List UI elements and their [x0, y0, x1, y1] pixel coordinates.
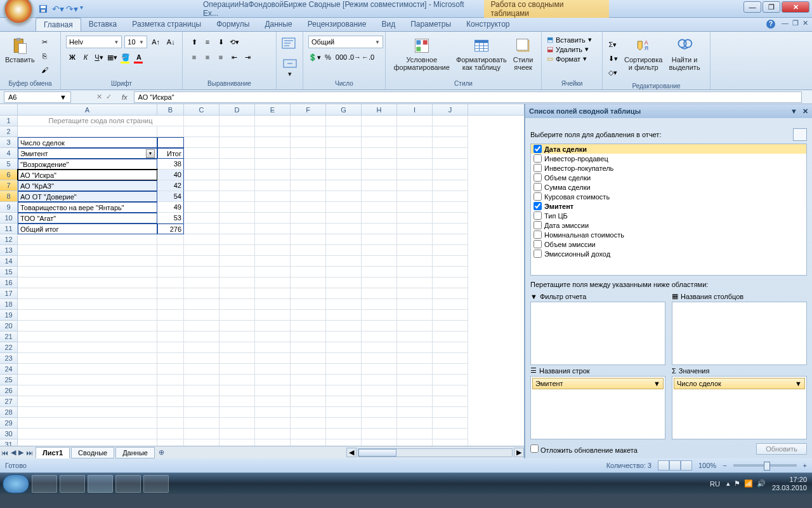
ribbon-tab[interactable]: Главная [36, 18, 81, 31]
hscrollbar[interactable] [358, 448, 513, 457]
cell[interactable] [362, 331, 397, 342]
taskbar-item[interactable] [32, 475, 57, 493]
sheet-nav-next[interactable]: ▶ [17, 448, 25, 457]
cell[interactable] [18, 126, 157, 137]
cell[interactable] [326, 288, 362, 299]
row-header[interactable]: 4 [0, 148, 18, 159]
cell[interactable] [219, 170, 255, 180]
column-header[interactable]: I [397, 104, 433, 115]
cell[interactable] [255, 364, 291, 375]
insert-sheet-icon[interactable]: ⊕ [157, 448, 166, 457]
cell[interactable] [184, 126, 219, 137]
cell[interactable] [433, 299, 468, 310]
cell[interactable] [219, 407, 255, 418]
cell[interactable] [397, 331, 433, 342]
cell[interactable] [255, 126, 291, 137]
cell[interactable] [433, 288, 468, 299]
cell[interactable] [18, 385, 157, 396]
cell[interactable] [184, 331, 219, 342]
field-item[interactable]: Эмиссионный доход [531, 249, 806, 258]
format-painter-icon[interactable]: 🖌 [39, 64, 51, 76]
cell[interactable] [433, 191, 468, 202]
field-item[interactable]: Инвестор-продавец [531, 154, 806, 163]
align-top-icon[interactable]: ⬆ [188, 36, 200, 48]
format-as-table-button[interactable]: Форматировать как таблицу [454, 36, 509, 72]
cell[interactable]: 53 [157, 213, 184, 224]
cell[interactable] [255, 191, 291, 202]
field-item[interactable]: Объем эмиссии [531, 239, 806, 249]
cell[interactable] [255, 213, 291, 224]
cell[interactable]: АО "КрАЗ" [18, 180, 157, 191]
cell[interactable] [18, 418, 157, 429]
field-item[interactable]: Дата эмиссии [531, 220, 806, 230]
cell[interactable] [362, 126, 397, 137]
field-item[interactable]: Инвестор-покупатель [531, 163, 806, 173]
cell[interactable] [362, 299, 397, 310]
cell[interactable] [291, 137, 326, 148]
cell[interactable]: Перетащите сюда поля страниц [18, 116, 184, 126]
cell[interactable] [291, 439, 326, 446]
cell[interactable] [397, 224, 433, 234]
cell[interactable] [397, 245, 433, 256]
cell[interactable] [219, 310, 255, 321]
cell[interactable] [184, 364, 219, 375]
cell[interactable] [291, 375, 326, 385]
cell[interactable] [157, 267, 184, 277]
cell[interactable] [397, 180, 433, 191]
pane-layout-options[interactable] [793, 128, 807, 141]
cell[interactable] [219, 364, 255, 375]
column-header[interactable]: H [362, 104, 397, 115]
cut-icon[interactable]: ✂ [39, 36, 51, 48]
sort-filter-button[interactable]: АЯСортировка и фильтр [622, 36, 665, 72]
cell[interactable] [184, 213, 219, 224]
undo-icon[interactable]: ↶▾ [52, 4, 62, 14]
dec-decimal-icon[interactable]: ←.0 [362, 51, 374, 64]
cell[interactable] [219, 353, 255, 364]
update-button[interactable]: Обновить [756, 443, 807, 455]
area-filter-box[interactable] [530, 302, 665, 365]
cell[interactable] [184, 375, 219, 385]
cell[interactable] [362, 439, 397, 446]
cell[interactable] [219, 256, 255, 267]
enter-formula-icon[interactable]: ✓ [106, 93, 112, 101]
cell[interactable] [433, 126, 468, 137]
mdi-restore[interactable]: ❐ [792, 19, 799, 27]
cell[interactable] [184, 342, 219, 353]
cell[interactable] [362, 277, 397, 288]
zoom-out-icon[interactable]: − [723, 462, 726, 469]
sheet-nav-prev[interactable]: ◀ [10, 448, 17, 457]
cell[interactable] [255, 353, 291, 364]
indent-inc-icon[interactable]: ⇥ [241, 51, 254, 64]
cell[interactable] [362, 256, 397, 267]
cell[interactable] [184, 202, 219, 213]
cell[interactable] [397, 191, 433, 202]
grow-font-icon[interactable]: A↑ [150, 36, 162, 48]
cell[interactable] [184, 234, 219, 245]
font-name-combo[interactable]: Helv▼ [66, 36, 122, 48]
cell[interactable] [433, 213, 468, 224]
view-pagebreak-icon[interactable] [681, 460, 692, 471]
row-header[interactable]: 2 [0, 126, 18, 137]
cell[interactable] [255, 385, 291, 396]
cell[interactable] [362, 180, 397, 191]
field-dropdown-icon[interactable]: ▼ [146, 149, 155, 158]
cell[interactable] [397, 159, 433, 170]
cell[interactable] [157, 234, 184, 245]
row-header[interactable]: 27 [0, 396, 18, 407]
row-header[interactable]: 6 [0, 170, 18, 180]
cell[interactable] [184, 116, 219, 126]
column-header[interactable]: D [219, 104, 255, 115]
cell[interactable] [157, 429, 184, 439]
cell[interactable] [362, 310, 397, 321]
cell[interactable] [291, 224, 326, 234]
column-header[interactable]: E [255, 104, 291, 115]
find-select-button[interactable]: Найти и выделить [666, 36, 702, 72]
cell[interactable] [433, 321, 468, 331]
cell[interactable] [397, 267, 433, 277]
cell[interactable] [184, 418, 219, 429]
cell[interactable] [157, 277, 184, 288]
cell[interactable] [184, 170, 219, 180]
cell[interactable] [326, 267, 362, 277]
cell[interactable]: Товарищество на вере "Янтарь" [18, 202, 157, 213]
taskbar-item[interactable] [143, 475, 169, 493]
